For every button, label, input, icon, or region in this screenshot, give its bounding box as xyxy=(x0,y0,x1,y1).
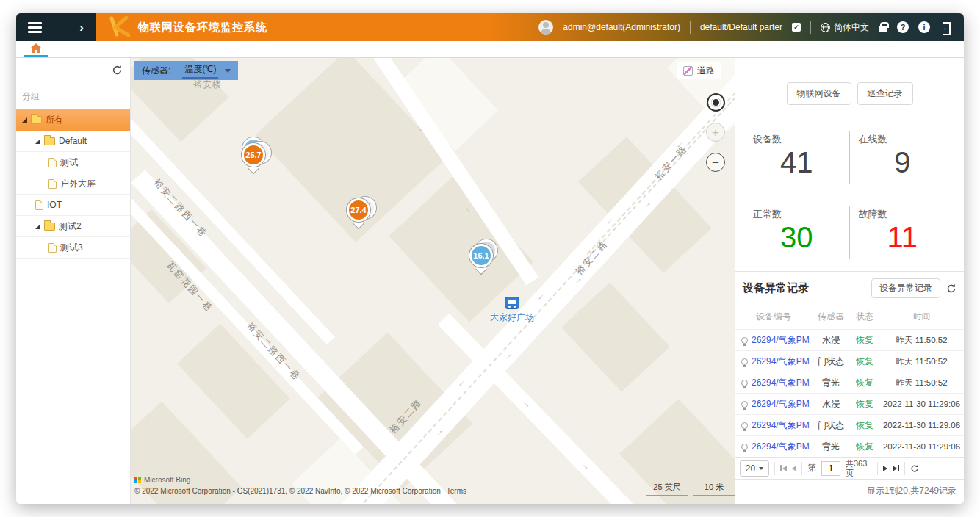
stat-label: 故障数 xyxy=(859,208,947,221)
road-layer-toggle[interactable]: 道路 xyxy=(677,62,721,79)
column-time: 时间 xyxy=(879,311,964,322)
table-row: 26294/气象PM门状态恢复昨天 11:50:52 xyxy=(735,350,964,372)
last-page-button[interactable] xyxy=(893,465,899,471)
alerts-section: 设备异常记录 设备异常记录 设备编号 传感器 状态 时间 26294/气象PM水… xyxy=(735,271,964,497)
device-link[interactable]: 26294/气象PM xyxy=(752,419,810,432)
scale-feet: 25 英尺 xyxy=(646,482,688,496)
sidebar-item-测试2[interactable]: 测试2 xyxy=(16,216,130,237)
expand-icon[interactable]: › xyxy=(79,21,84,34)
device-link[interactable]: 26294/气象PM xyxy=(752,441,810,453)
terms-link[interactable]: Terms xyxy=(447,487,466,495)
bus-stop[interactable]: 大家好广场 xyxy=(505,297,519,309)
chevron-down-icon[interactable] xyxy=(225,69,231,73)
cell-device: 26294/气象PM xyxy=(735,377,812,389)
tree-expander-icon[interactable] xyxy=(35,139,40,144)
help-icon[interactable]: ? xyxy=(897,21,909,33)
zoom-in-button[interactable]: + xyxy=(706,123,725,142)
info-icon[interactable]: i xyxy=(918,21,930,33)
table-row: 26294/气象PM水浸恢复昨天 11:50:52 xyxy=(735,329,964,350)
cell-device: 26294/气象PM xyxy=(735,398,812,411)
pagination-refresh-icon[interactable] xyxy=(910,464,919,473)
tree-expander-icon[interactable] xyxy=(35,224,40,229)
first-page-button[interactable] xyxy=(780,465,787,471)
road-toggle-label: 道路 xyxy=(697,65,715,77)
group-label: 分组 xyxy=(16,82,130,109)
prev-page-button[interactable] xyxy=(792,466,796,471)
tree-item-label: 户外大屏 xyxy=(60,178,96,190)
inspection-records-button[interactable]: 巡查记录 xyxy=(857,82,913,105)
lock-icon[interactable] xyxy=(879,26,887,32)
map-canvas[interactable]: →→→→→→→→→→→→ 裕安楼 裕安二路西一巷瓦窑花园一巷裕安二路西一巷裕安二… xyxy=(131,58,735,504)
cell-sensor: 门状态 xyxy=(812,355,850,368)
device-link[interactable]: 26294/气象PM xyxy=(752,334,810,347)
alerts-header: 设备异常记录 设备异常记录 xyxy=(735,272,964,304)
map-marker-27.4[interactable]: 27.4 xyxy=(346,198,371,233)
device-link[interactable]: 26294/气象PM xyxy=(752,377,810,389)
tree-item-label: 测试3 xyxy=(60,242,83,254)
stat-设备数: 设备数41 xyxy=(744,131,850,184)
alerts-title: 设备异常记录 xyxy=(743,281,865,295)
app-title: 物联网设备环境监控系统 xyxy=(138,21,267,35)
alerts-records-button[interactable]: 设备异常记录 xyxy=(871,278,940,298)
tree-expander-icon[interactable] xyxy=(22,118,27,123)
page-number-input[interactable] xyxy=(821,461,840,476)
next-page-button[interactable] xyxy=(883,466,887,471)
marker-value: 27.4 xyxy=(347,198,370,222)
tree-item-label: 测试2 xyxy=(59,220,82,233)
tab-home[interactable] xyxy=(24,41,48,57)
cell-device: 26294/气象PM xyxy=(735,355,812,368)
device-icon xyxy=(741,401,748,408)
sensor-value-dropdown[interactable]: 温度(℃) xyxy=(182,62,218,79)
language-switcher[interactable]: 简体中文 xyxy=(821,21,869,34)
device-link[interactable]: 26294/气象PM xyxy=(752,398,810,411)
device-icon xyxy=(741,380,748,386)
road-layer-icon xyxy=(683,66,693,76)
pagination-bar: 20 第 共363页 xyxy=(735,457,964,480)
avatar[interactable] xyxy=(538,20,553,35)
stat-value: 30 xyxy=(753,221,840,254)
map-marker-25.7[interactable]: 25.7 xyxy=(241,143,266,178)
logout-icon[interactable] xyxy=(940,22,951,32)
map-controls: + − xyxy=(705,93,726,172)
sidebar-item-户外大屏[interactable]: 户外大屏 xyxy=(16,173,130,195)
map-marker-16.1[interactable]: 16.1 xyxy=(469,244,494,278)
nav-toggle-box: › xyxy=(16,13,96,41)
refresh-icon[interactable] xyxy=(112,65,123,76)
cell-device: 26294/气象PM xyxy=(735,334,812,347)
bing-logo-text: Microsoft Bing xyxy=(144,476,190,484)
map-copyright: © 2022 Microsoft Corporation - GS(2021)1… xyxy=(134,487,441,495)
sidebar-item-所有[interactable]: 所有 xyxy=(16,109,130,131)
sidebar-item-测试3[interactable]: 测试3 xyxy=(16,237,130,258)
map-building xyxy=(561,282,670,391)
stat-在线数: 在线数9 xyxy=(850,131,956,184)
alerts-refresh-icon[interactable] xyxy=(946,283,956,294)
device-link[interactable]: 26294/气象PM xyxy=(752,355,810,368)
topbar: › 物联网设备环境监控系统 admin@default(Administrato… xyxy=(16,13,964,41)
folder-icon xyxy=(31,116,42,124)
iot-devices-button[interactable]: 物联网设备 xyxy=(787,82,851,105)
tree-item-label: 测试 xyxy=(60,156,78,169)
sidebar-item-IOT[interactable]: IOT xyxy=(16,195,130,216)
scale-meters: 10 米 xyxy=(693,482,735,496)
cell-status: 恢复 xyxy=(850,334,879,347)
sidebar-item-Default[interactable]: Default xyxy=(16,131,130,152)
page-size-select[interactable]: 20 xyxy=(740,460,769,477)
logo-icon xyxy=(107,16,131,39)
cell-time: 昨天 11:50:52 xyxy=(879,377,964,388)
column-sensor: 传感器 xyxy=(812,311,850,323)
cell-status: 恢复 xyxy=(850,398,879,411)
topbar-right: admin@default(Administrator) default/Def… xyxy=(538,13,964,41)
page-size-value: 20 xyxy=(746,463,755,474)
folder-icon xyxy=(44,137,55,145)
marker-value: 16.1 xyxy=(469,244,493,267)
zoom-out-button[interactable]: − xyxy=(706,153,725,172)
panel-buttons: 物联网设备 巡查记录 xyxy=(735,82,964,105)
tenant-switch-icon[interactable]: ✓ xyxy=(792,23,801,32)
locate-button[interactable] xyxy=(707,93,725,112)
cell-status: 恢复 xyxy=(850,441,879,453)
menu-icon[interactable] xyxy=(28,22,42,33)
tenant-name[interactable]: default/Default parter xyxy=(700,22,782,32)
bing-logo: Microsoft Bing xyxy=(134,476,466,484)
sidebar-item-测试[interactable]: 测试 xyxy=(16,152,130,173)
user-name[interactable]: admin@default(Administrator) xyxy=(563,22,680,32)
